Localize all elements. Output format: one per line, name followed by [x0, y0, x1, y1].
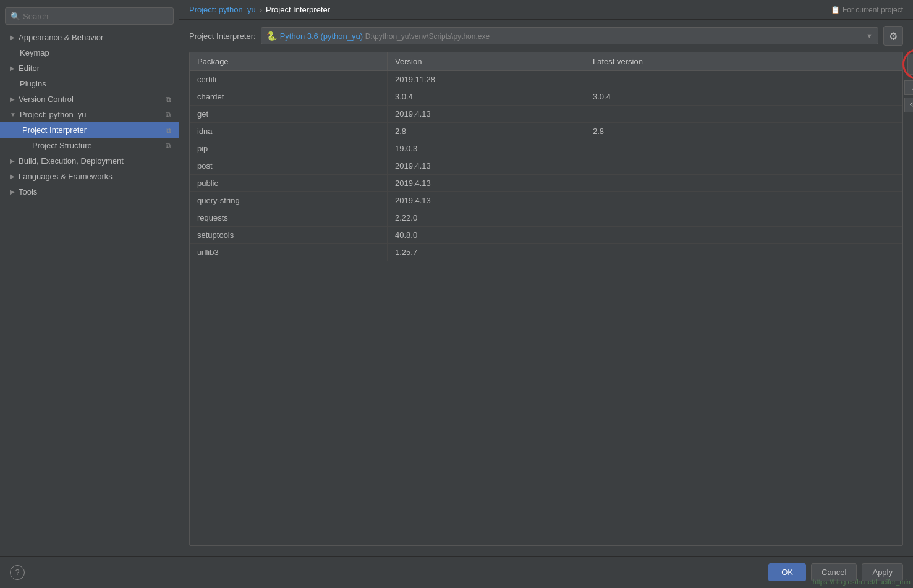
sidebar-item-label: Plugins: [10, 79, 46, 88]
table-row[interactable]: certifi 2019.11.28: [190, 71, 902, 88]
interpreter-version: Python 3.6 (python_yu): [280, 32, 363, 41]
table-action-buttons: + ▲ 👁: [904, 51, 913, 112]
sidebar-item-project-interpreter[interactable]: Project Interpreter ⧉: [0, 122, 179, 138]
search-icon: 🔍: [11, 12, 20, 21]
breadcrumb-current: Project Interpreter: [266, 5, 330, 14]
arrow-icon: ▶: [10, 188, 15, 195]
cell-version: 2.22.0: [388, 209, 585, 226]
search-input[interactable]: [23, 12, 168, 21]
table-row[interactable]: public 2019.4.13: [190, 175, 902, 192]
cell-latest: [585, 158, 902, 174]
table-row[interactable]: urllib3 1.25.7: [190, 244, 902, 261]
cell-version: 2019.11.28: [388, 71, 585, 88]
cell-package: requests: [190, 209, 388, 226]
cell-version: 2019.4.13: [388, 192, 585, 209]
cell-latest: [585, 192, 902, 209]
cell-version: 19.0.3: [388, 140, 585, 157]
footer-left: ?: [10, 565, 25, 580]
cell-package: urllib3: [190, 244, 388, 261]
sidebar-item-version-control[interactable]: ▶ Version Control ⧉: [0, 91, 179, 107]
cell-latest: 3.0.4: [585, 88, 902, 105]
sidebar-item-label: Build, Execution, Deployment: [19, 156, 124, 166]
add-btn-wrapper: +: [904, 51, 913, 78]
table-body: certifi 2019.11.28 chardet 3.0.4 3.0.4 g…: [190, 71, 902, 545]
table-row[interactable]: idna 2.8 2.8: [190, 123, 902, 140]
chevron-down-icon: ▼: [866, 32, 873, 40]
search-bar[interactable]: 🔍: [5, 7, 174, 25]
cell-latest: [585, 140, 902, 157]
col-package-label: Package: [197, 57, 229, 66]
watermark: https://blog.csdn.net/Lucifer_min: [813, 578, 911, 586]
sidebar: 🔍 ▶ Appearance & Behavior Keymap ▶ Edito…: [0, 0, 179, 556]
sidebar-item-tools[interactable]: ▶ Tools: [0, 184, 179, 200]
arrow-icon: ▶: [10, 96, 15, 103]
add-highlight-circle: [902, 49, 913, 80]
gear-button[interactable]: ⚙: [883, 26, 903, 46]
package-table: Package Version Latest version certifi 2…: [189, 52, 903, 546]
sidebar-item-label: Languages & Frameworks: [19, 172, 113, 181]
apply-label: Apply: [872, 568, 893, 577]
table-row[interactable]: setuptools 40.8.0: [190, 227, 902, 244]
cell-package: certifi: [190, 71, 388, 88]
table-row[interactable]: post 2019.4.13: [190, 158, 902, 175]
sidebar-item-languages[interactable]: ▶ Languages & Frameworks: [0, 169, 179, 184]
col-package: Package: [190, 52, 388, 70]
sidebar-item-project[interactable]: ▼ Project: python_yu ⧉: [0, 107, 179, 122]
sidebar-item-label: Version Control: [19, 94, 74, 104]
cell-latest: [585, 244, 902, 261]
copy-icon: ⧉: [166, 95, 171, 104]
cell-package: get: [190, 106, 388, 122]
monitor-icon: 📋: [831, 6, 840, 14]
table-row[interactable]: get 2019.4.13: [190, 106, 902, 123]
interpreter-path: D:\python_yu\venv\Scripts\python.exe: [365, 32, 490, 41]
sidebar-item-label: Editor: [19, 64, 40, 73]
breadcrumb-project[interactable]: Project: python_yu: [189, 5, 256, 14]
cell-version: 2019.4.13: [388, 175, 585, 191]
ok-button[interactable]: OK: [768, 563, 806, 581]
cell-latest: [585, 71, 902, 88]
sidebar-item-label: Appearance & Behavior: [19, 33, 103, 42]
footer: ? OK Cancel Apply: [0, 556, 913, 588]
sidebar-item-label: Keymap: [10, 48, 49, 57]
table-row[interactable]: requests 2.22.0: [190, 209, 902, 227]
cell-latest: [585, 106, 902, 122]
table-row[interactable]: chardet 3.0.4 3.0.4: [190, 88, 902, 106]
cell-latest: [585, 175, 902, 191]
interpreter-dropdown[interactable]: 🐍 Python 3.6 (python_yu) D:\python_yu\ve…: [261, 27, 878, 44]
copy-icon: ⧉: [166, 141, 171, 150]
arrow-icon: ▶: [10, 158, 15, 164]
arrow-icon: ▶: [10, 173, 15, 180]
table-row[interactable]: query-string 2019.4.13: [190, 192, 902, 209]
cell-package: post: [190, 158, 388, 174]
table-header: Package Version Latest version: [190, 52, 902, 71]
copy-icon: ⧉: [166, 126, 171, 135]
content-area: Project: python_yu › Project Interpreter…: [179, 0, 913, 556]
copy-icon: ⧉: [166, 111, 171, 119]
cell-latest: [585, 209, 902, 226]
sidebar-item-editor[interactable]: ▶ Editor: [0, 61, 179, 76]
for-current-label: For current project: [843, 6, 903, 14]
table-row[interactable]: pip 19.0.3: [190, 140, 902, 158]
col-latest-label: Latest version: [593, 57, 643, 66]
cell-package: query-string: [190, 192, 388, 209]
sidebar-item-plugins[interactable]: Plugins: [0, 76, 179, 91]
col-latest: Latest version: [585, 52, 902, 70]
python-icon: 🐍: [266, 31, 276, 41]
gear-icon: ⚙: [889, 30, 898, 42]
sidebar-item-keymap[interactable]: Keymap: [0, 45, 179, 61]
cell-package: idna: [190, 123, 388, 140]
cell-version: 3.0.4: [388, 88, 585, 105]
sidebar-item-label: Project Structure: [32, 141, 92, 150]
arrow-icon: ▶: [10, 34, 15, 41]
cell-version: 1.25.7: [388, 244, 585, 261]
scroll-up-button[interactable]: ▲: [904, 80, 913, 95]
cancel-label: Cancel: [822, 568, 846, 577]
table-area: Package Version Latest version certifi 2…: [189, 52, 903, 546]
interpreter-row: Project Interpreter: 🐍 Python 3.6 (pytho…: [179, 20, 913, 52]
for-current-project: 📋 For current project: [831, 6, 903, 14]
sidebar-item-project-structure[interactable]: Project Structure ⧉: [0, 138, 179, 153]
eye-button[interactable]: 👁: [904, 98, 913, 112]
sidebar-item-appearance[interactable]: ▶ Appearance & Behavior: [0, 30, 179, 45]
sidebar-item-build-execution[interactable]: ▶ Build, Execution, Deployment: [0, 153, 179, 169]
help-button[interactable]: ?: [10, 565, 25, 580]
